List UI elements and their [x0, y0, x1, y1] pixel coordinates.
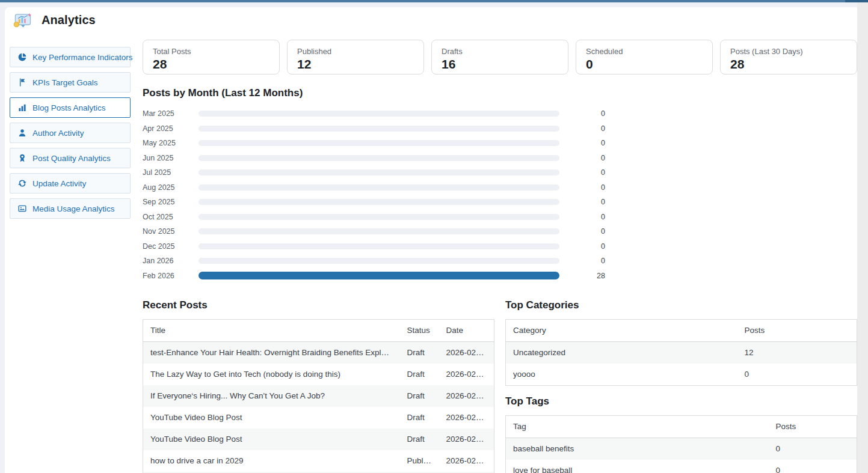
taxonomy-section: Top Categories CategoryPostsUncategorize… [505, 299, 857, 473]
table-cell: 2026-02-12 [439, 429, 494, 450]
column-header-title: Title [143, 320, 400, 342]
update-icon [17, 179, 27, 188]
chart-category-label: Dec 2025 [143, 242, 199, 251]
chart-value-label: 0 [577, 213, 605, 221]
chart-value-label: 0 [577, 198, 605, 206]
column-header-tag: Tag [506, 416, 769, 438]
table-cell: If Everyone‘s Hiring... Why Can't You Ge… [143, 385, 400, 407]
sidebar-item-label: Author Activity [32, 129, 84, 138]
chart-value-label: 0 [577, 109, 605, 118]
table-row: baseball benefits0 [506, 438, 857, 460]
chart-title: Posts by Month (Last 12 Months) [143, 87, 857, 99]
media-icon [17, 204, 27, 213]
top-categories-heading: Top Categories [505, 299, 857, 311]
award-icon [17, 153, 27, 163]
table-cell: 2026-02-12 [439, 407, 494, 429]
bar-chart-icon [17, 103, 27, 112]
stat-value: 28 [153, 57, 269, 72]
stat-card-drafts: Drafts16 [431, 40, 568, 75]
sidebar-item-author-activity[interactable]: Author Activity [10, 123, 131, 143]
table-cell: 2026-02-19 [439, 342, 494, 364]
chart-row-sep-2025: Sep 20250 [143, 195, 857, 210]
browser-top-edge [0, 0, 868, 2]
table-cell: Publish [400, 450, 439, 472]
sidebar-item-label: Post Quality Analytics [32, 154, 111, 163]
chart-row-aug-2025: Aug 20250 [143, 180, 857, 195]
table-header-row: TagPosts [506, 416, 857, 438]
chart-category-label: Nov 2025 [143, 227, 199, 236]
stat-label: Drafts [442, 47, 558, 56]
chart-bar-track [199, 111, 559, 117]
chart-value-label: 0 [577, 227, 605, 236]
sidebar-item-label: Blog Posts Analytics [32, 103, 106, 112]
chart-bar-track [199, 126, 559, 132]
sidebar-item-label: KPIs Target Goals [32, 78, 98, 87]
table-row: If Everyone‘s Hiring... Why Can't You Ge… [143, 385, 494, 407]
chart-bar-track [199, 243, 559, 249]
column-header-status: Status [400, 320, 439, 342]
chart-bar-fill [199, 272, 559, 279]
stat-label: Scheduled [586, 47, 703, 56]
chart-value-label: 0 [577, 257, 605, 265]
table-row: YouTube Video Blog PostDraft2026-02-12 [143, 429, 494, 450]
table-row: yoooo0 [506, 364, 857, 386]
table-cell: 12 [737, 342, 857, 364]
column-header-posts: Posts [737, 320, 857, 342]
table-cell: yoooo [506, 364, 737, 386]
chart-bar-track [199, 214, 559, 220]
stat-value: 16 [442, 57, 558, 72]
chart-row-nov-2025: Nov 20250 [143, 224, 857, 239]
sidebar-item-post-quality-analytics[interactable]: Post Quality Analytics [10, 148, 131, 168]
column-header-category: Category [506, 320, 737, 342]
chart-bar-track [199, 199, 559, 205]
table-cell: 0 [769, 438, 857, 460]
chart-bar-track [199, 140, 559, 146]
chart-category-label: Jun 2025 [143, 154, 199, 162]
chart-value-label: 0 [577, 183, 605, 192]
analytics-sidebar: Key Performance IndicatorsKPIs Target Go… [10, 47, 131, 224]
sidebar-item-blog-posts-analytics[interactable]: Blog Posts Analytics [10, 97, 131, 118]
table-header-row: CategoryPosts [506, 320, 857, 342]
chart-value-label: 28 [577, 272, 605, 280]
chart-category-label: Sep 2025 [143, 198, 199, 206]
table-cell: Draft [400, 364, 439, 385]
sidebar-item-media-usage-analytics[interactable]: Media Usage Analytics [10, 198, 131, 219]
stat-card-total-posts: Total Posts28 [143, 40, 280, 75]
table-row: The Lazy Way to Get into Tech (nobody is… [143, 364, 494, 385]
chart-value-label: 0 [577, 168, 605, 177]
table-cell: 2026-02-11 [439, 450, 494, 472]
table-row: YouTube Video Blog PostDraft2026-02-12 [143, 407, 494, 429]
chart-category-label: Mar 2025 [143, 109, 199, 118]
table-cell: test-Enhance Your Hair Health: Overnight… [143, 342, 400, 364]
stat-card-posts-last-30-days: Posts (Last 30 Days)28 [720, 40, 857, 75]
main-content: Total Posts28Published12Drafts16Schedule… [143, 40, 857, 473]
table-row: test-Enhance Your Hair Health: Overnight… [143, 342, 494, 364]
chart-category-label: Apr 2025 [143, 124, 199, 133]
stat-label: Published [297, 47, 414, 56]
stats-row: Total Posts28Published12Drafts16Schedule… [143, 40, 857, 75]
top-categories-table: CategoryPostsUncategorized12yoooo0 [505, 319, 857, 386]
table-cell: 2026-02-12 [439, 385, 494, 407]
recent-posts-table: TitleStatusDatetest-Enhance Your Hair He… [143, 319, 494, 473]
sidebar-item-kpis-target-goals[interactable]: KPIs Target Goals [10, 72, 131, 93]
stat-card-published: Published12 [287, 40, 424, 75]
sidebar-item-key-performance-indicators[interactable]: Key Performance Indicators [10, 47, 131, 67]
table-cell: 0 [737, 364, 857, 386]
chart-row-oct-2025: Oct 20250 [143, 210, 857, 225]
top-edge-dark-segment [845, 0, 868, 2]
vertical-scrollbar[interactable] [857, 2, 868, 473]
chart-category-label: Feb 2026 [143, 272, 199, 280]
chart-category-label: Aug 2025 [143, 183, 199, 192]
table-cell: YouTube Video Blog Post [143, 429, 400, 450]
table-row: Uncategorized12 [506, 342, 857, 364]
flag-icon [17, 78, 27, 87]
table-cell: Draft [400, 385, 439, 407]
column-header-date: Date [439, 320, 494, 342]
posts-by-month-chart: Mar 20250Apr 20250May 20250Jun 20250Jul … [143, 106, 857, 283]
table-cell: YouTube Video Blog Post [143, 407, 400, 429]
sidebar-item-label: Key Performance Indicators [32, 53, 133, 62]
table-cell: Draft [400, 429, 439, 450]
user-icon [17, 128, 27, 138]
chart-row-may-2025: May 20250 [143, 136, 857, 151]
sidebar-item-update-activity[interactable]: Update Activity [10, 173, 131, 194]
